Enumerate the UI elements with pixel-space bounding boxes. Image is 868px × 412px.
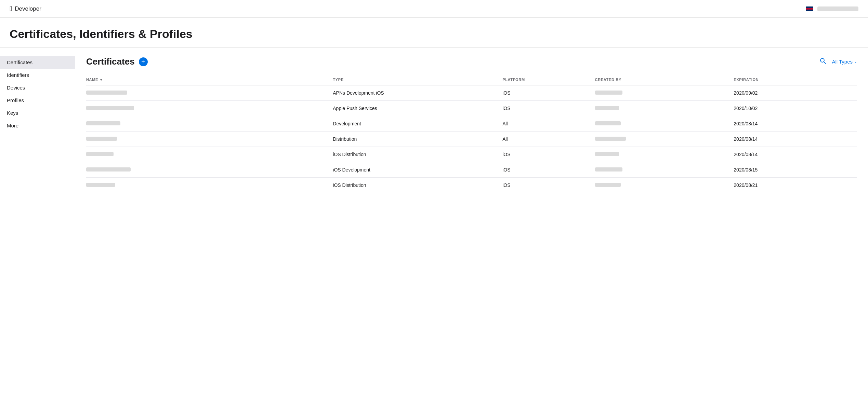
certificate-expiration: 2020/08/15 [734, 162, 857, 178]
certificate-expiration: 2020/08/14 [734, 147, 857, 162]
sidebar-item-profiles[interactable]: Profiles [0, 94, 75, 107]
certificate-type: iOS Development [333, 162, 502, 178]
header:  Developer [0, 0, 868, 18]
certificate-platform: All [502, 116, 595, 132]
certificate-platform: iOS [502, 101, 595, 116]
add-certificate-button[interactable]: + [139, 57, 148, 66]
certificate-name-blurred [86, 91, 127, 95]
certificates-table: NAME ▾ TYPE PLATFORM CREATED BY EXPIRATI… [86, 74, 857, 193]
logo:  Developer [10, 5, 41, 13]
table-header-row: NAME ▾ TYPE PLATFORM CREATED BY EXPIRATI… [86, 74, 857, 85]
col-header-type: TYPE [333, 74, 502, 85]
certificate-platform: All [502, 132, 595, 147]
certificate-type: iOS Distribution [333, 178, 502, 193]
chevron-down-icon: ⌄ [854, 59, 857, 64]
certificate-type: iOS Distribution [333, 147, 502, 162]
certificate-platform: iOS [502, 162, 595, 178]
sidebar-item-more[interactable]: More [0, 119, 75, 132]
content-area: Certificates + All Types ⌄ [75, 48, 868, 409]
table-row[interactable]: iOS DistributioniOS2020/08/21 [86, 178, 857, 193]
apple-logo-icon:  [10, 5, 12, 13]
header-right [806, 6, 858, 11]
certificate-expiration: 2020/08/14 [734, 132, 857, 147]
certificate-created-blurred [595, 152, 619, 156]
sidebar-item-identifiers[interactable]: Identifiers [0, 69, 75, 81]
certificate-type: Development [333, 116, 502, 132]
certificate-name-blurred [86, 152, 114, 156]
certificate-created-blurred [595, 183, 621, 187]
svg-point-0 [820, 58, 824, 62]
sidebar-item-certificates[interactable]: Certificates [0, 56, 75, 69]
certificate-expiration: 2020/09/02 [734, 85, 857, 101]
sort-arrow-icon: ▾ [100, 78, 102, 82]
certificate-expiration: 2020/10/02 [734, 101, 857, 116]
sidebar-item-devices[interactable]: Devices [0, 81, 75, 94]
header-controls: All Types ⌄ [818, 56, 857, 67]
table-row[interactable]: APNs Development iOSiOS2020/09/02 [86, 85, 857, 101]
col-header-expiration: EXPIRATION [734, 74, 857, 85]
certificate-platform: iOS [502, 147, 595, 162]
certificate-platform: iOS [502, 85, 595, 101]
col-header-platform: PLATFORM [502, 74, 595, 85]
table-row[interactable]: iOS DistributioniOS2020/08/14 [86, 147, 857, 162]
page-title-section: Certificates, Identifiers & Profiles [0, 18, 868, 48]
main-layout: Certificates Identifiers Devices Profile… [0, 48, 868, 409]
col-header-name: NAME ▾ [86, 74, 333, 85]
header-user-blurred [817, 6, 858, 11]
filter-button[interactable]: All Types ⌄ [832, 59, 857, 65]
certificate-created-blurred [595, 91, 622, 95]
page-title: Certificates, Identifiers & Profiles [10, 27, 858, 41]
section-title: Certificates [86, 56, 135, 67]
certificate-name-blurred [86, 167, 131, 171]
search-button[interactable] [818, 56, 828, 67]
svg-line-1 [824, 62, 826, 64]
sidebar: Certificates Identifiers Devices Profile… [0, 48, 75, 409]
col-header-created-by: CREATED BY [595, 74, 734, 85]
certificate-expiration: 2020/08/21 [734, 178, 857, 193]
table-row[interactable]: DistributionAll2020/08/14 [86, 132, 857, 147]
certificate-name-blurred [86, 183, 115, 187]
developer-label: Developer [15, 5, 41, 12]
certificate-created-blurred [595, 106, 619, 110]
certificate-platform: iOS [502, 178, 595, 193]
certificate-name-blurred [86, 121, 120, 125]
certificate-created-blurred [595, 121, 621, 125]
filter-label: All Types [832, 59, 853, 65]
certificate-created-blurred [595, 137, 626, 141]
certificate-type: APNs Development iOS [333, 85, 502, 101]
section-header: Certificates + All Types ⌄ [86, 56, 857, 67]
table-row[interactable]: Apple Push ServicesiOS2020/10/02 [86, 101, 857, 116]
table-row[interactable]: iOS DevelopmentiOS2020/08/15 [86, 162, 857, 178]
sidebar-item-keys[interactable]: Keys [0, 107, 75, 119]
certificate-type: Distribution [333, 132, 502, 147]
table-row[interactable]: DevelopmentAll2020/08/14 [86, 116, 857, 132]
flag-icon [806, 6, 813, 11]
certificate-expiration: 2020/08/14 [734, 116, 857, 132]
certificate-created-blurred [595, 167, 622, 171]
section-title-row: Certificates + [86, 56, 148, 67]
search-icon [819, 57, 826, 64]
certificate-name-blurred [86, 137, 117, 141]
certificate-type: Apple Push Services [333, 101, 502, 116]
certificate-name-blurred [86, 106, 134, 110]
